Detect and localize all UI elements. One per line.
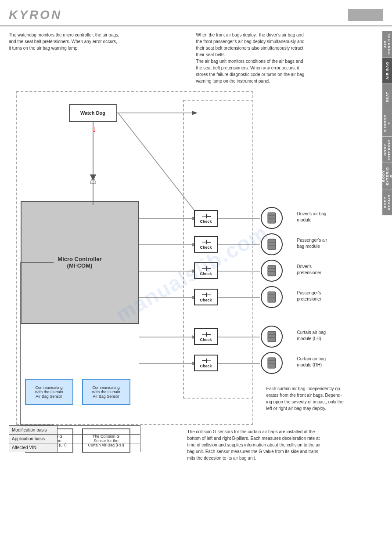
check-lines-4: ⊣⊢: [201, 292, 210, 298]
micro-label-2: (MI-COM): [67, 262, 93, 269]
check-label-1: Check: [200, 219, 212, 224]
module-icon-3: [260, 259, 284, 284]
tab-body-repair[interactable]: BODYREPAIR: [382, 189, 392, 215]
curtain-text: Each curtain air bag independently op- e…: [266, 385, 372, 412]
svg-rect-35: [268, 239, 276, 250]
module-icon-1: [260, 206, 284, 231]
tab-body-exterior[interactable]: BODYEXTERIO R: [382, 163, 392, 189]
footer-value-application: [57, 435, 140, 443]
svg-rect-43: [268, 292, 276, 302]
red-arrow-indicator: ↓: [92, 124, 97, 134]
check-box-1: ⊣⊢ Check: [194, 210, 218, 227]
footer-table: Modification basis Application basis Aff…: [9, 425, 140, 452]
check-lines-2: ⊣⊢: [201, 239, 210, 245]
header-box: [348, 9, 383, 21]
comm-box-rh: CommunicatingWith the CurtainAir Bag Sen…: [82, 379, 130, 405]
module-icon-2: [260, 232, 284, 258]
svg-rect-51: [268, 358, 276, 368]
module-label-6: Curtain air bagmodule (RH): [297, 356, 350, 368]
footer-value-modification: [57, 426, 140, 435]
footer-label-modification: Modification basis: [9, 426, 58, 435]
tab-body-interior[interactable]: BODYINTERIOR: [382, 136, 392, 163]
module-label-5: Curtain air bagmodule (LH): [297, 330, 350, 342]
footer-row-modification: Modification basis: [9, 426, 140, 435]
footer-row-application: Application basis: [9, 435, 140, 443]
micro-controller-box: Micro Controller (MI-COM): [21, 201, 139, 324]
footer-row-affected: Affected VIN: [9, 443, 140, 452]
module-icon-5: [260, 325, 284, 350]
module-label-4: Passenger'spretensioner: [297, 290, 350, 302]
right-tabs: AIRCONDITIO AIR BAG SEAT SUNROOF BODYINT…: [382, 31, 392, 215]
svg-rect-31: [268, 213, 276, 223]
check-box-2: ⊣⊢ Check: [194, 236, 218, 253]
watchdog-label: Watch Dog: [80, 110, 105, 116]
footer-section: Modification basis Application basis Aff…: [9, 425, 140, 452]
intro-section: The watchdog monitors the micro controll…: [9, 32, 374, 84]
check-lines-5: ⊣⊢: [201, 331, 210, 337]
footer-label-affected: Affected VIN: [9, 443, 58, 452]
check-label-6: Check: [200, 364, 212, 368]
check-lines-1: ⊣⊢: [201, 213, 210, 219]
check-box-6: ⊣⊢ Check: [194, 355, 218, 371]
intro-right: When the front air bags deploy, the driv…: [196, 32, 375, 84]
check-lines-3: ⊣⊢: [201, 265, 210, 272]
inner-dashed-border: [183, 100, 253, 399]
logo: KYRON: [9, 8, 62, 22]
module-label-2: Passenger's airbag module: [297, 237, 350, 250]
footer-label-application: Application basis: [9, 435, 58, 443]
check-box-4: ⊣⊢ Check: [194, 289, 218, 305]
page-header: KYRON: [0, 0, 392, 26]
intro-left: The watchdog monitors the micro controll…: [9, 32, 187, 84]
check-box-3: ⊣⊢ Check: [194, 262, 218, 279]
tab-seat[interactable]: SEAT: [382, 83, 392, 110]
tab-air-conditioning[interactable]: AIRCONDITIO: [382, 31, 392, 57]
diagram-container: manualslib.com ↓ Watch Dog Micro Control…: [12, 91, 372, 456]
watchdog-box: Watch Dog: [69, 104, 117, 122]
module-label-1: Driver's air bagmodule: [297, 211, 350, 223]
check-label-2: Check: [200, 245, 212, 250]
module-icon-6: [260, 351, 284, 376]
tab-air-bag[interactable]: AIR BAG: [382, 57, 392, 83]
micro-label-1: Micro Controller: [58, 256, 101, 262]
check-label-3: Check: [200, 272, 212, 276]
svg-rect-39: [268, 265, 276, 276]
tab-sunroof[interactable]: SUNROOF: [382, 110, 392, 136]
module-icon-4: [260, 285, 284, 310]
main-content: The watchdog monitors the micro controll…: [0, 26, 392, 461]
check-label-5: Check: [200, 337, 212, 342]
comm-box-lh: CommunicatingWith the CurtainAir Bag Sen…: [25, 379, 73, 405]
check-lines-6: ⊣⊢: [201, 358, 210, 364]
check-label-4: Check: [200, 298, 212, 302]
collision-sensor-text: The collision G sensors for the curtain …: [187, 428, 363, 461]
svg-rect-47: [268, 331, 276, 342]
module-label-3: Driver'spretensioner: [297, 264, 350, 276]
footer-value-affected: [57, 443, 140, 452]
check-box-5: ⊣⊢ Check: [194, 328, 218, 345]
